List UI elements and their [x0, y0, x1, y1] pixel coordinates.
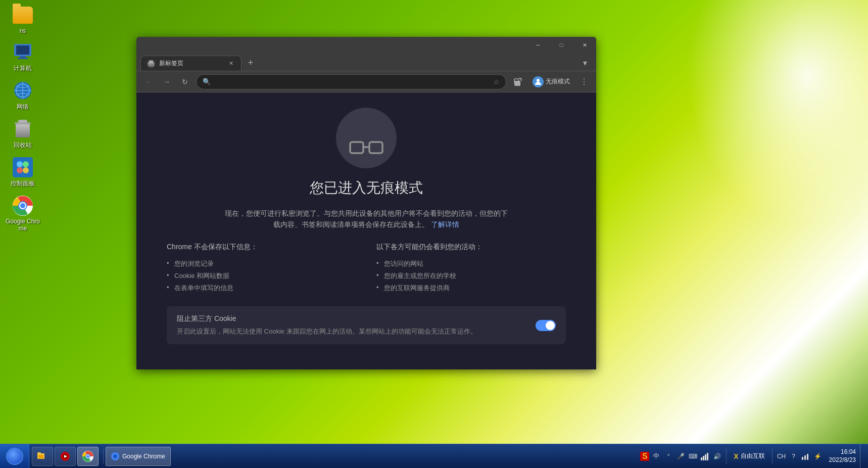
desktop-icon-network-label: 网络: [17, 103, 29, 111]
svg-rect-52: [807, 454, 808, 460]
help-icon[interactable]: ?: [789, 451, 799, 461]
taskbar-active-window[interactable]: Google Chrome: [106, 447, 171, 466]
desktop-icon-control-label: 控制面板: [11, 179, 35, 188]
computer-icon: [13, 42, 33, 62]
svg-rect-9: [18, 120, 27, 123]
toggle-thumb: [546, 321, 555, 330]
browser-tabbar: 新标签页 ✕ + ▾: [136, 53, 596, 71]
new-tab-button[interactable]: +: [244, 56, 258, 70]
incognito-description: 现在，您便可进行私密浏览了。与您共用此设备的其他用户将不会看到您的活动，但您的下…: [225, 208, 508, 230]
keyboard-icon[interactable]: ⌨: [688, 451, 698, 461]
desktop-icons: ns 计算机: [5, 5, 40, 232]
svg-rect-48: [705, 454, 706, 460]
svg-rect-1: [16, 45, 29, 55]
block-cookie-toggle[interactable]: [536, 320, 556, 331]
not-save-item-3: 在表单中填写的信息: [167, 282, 356, 294]
browser-window: ─ □ ✕: [136, 37, 596, 369]
bookmark-icon[interactable]: ☆: [493, 78, 500, 86]
svg-point-15: [23, 167, 29, 173]
refresh-button[interactable]: ↻: [178, 75, 192, 89]
taskbar-chrome-button[interactable]: [77, 447, 99, 466]
incognito-info-columns: Chrome 不会保存以下信息： 您的浏览记录 Cookie 和网站数据 在表单…: [167, 243, 566, 294]
window-controls: ─ □ ✕: [526, 37, 596, 53]
desktop-icon-control[interactable]: 控制面板: [5, 157, 40, 188]
menu-button[interactable]: ⋮: [577, 75, 591, 89]
svg-rect-35: [37, 452, 41, 454]
profile-button[interactable]: 无痕模式: [528, 74, 574, 89]
folder-icon: [13, 5, 33, 25]
toolbar-right: 无痕模式 ⋮: [528, 74, 591, 89]
control-panel-icon: [13, 157, 33, 177]
learn-more-link[interactable]: 了解详情: [431, 220, 459, 228]
cookie-box-text: 阻止第三方 Cookie 开启此设置后，网站无法使用 Cookie 来跟踪您在网…: [177, 314, 527, 337]
search-icon: 🔍: [203, 78, 211, 85]
svg-rect-49: [707, 453, 708, 460]
svg-rect-46: [701, 457, 702, 460]
lang-indicator[interactable]: 中: [651, 451, 661, 461]
minimize-button[interactable]: ─: [526, 37, 550, 53]
taskbar-window-label: Google Chrome: [122, 453, 165, 460]
desktop-icon-ns[interactable]: ns: [5, 5, 40, 34]
battery-icon[interactable]: ⚡: [813, 451, 823, 461]
address-input[interactable]: [214, 78, 490, 85]
forward-button[interactable]: →: [160, 75, 174, 89]
s-logo-icon[interactable]: S: [640, 452, 649, 461]
mic-icon[interactable]: 🎤: [676, 451, 686, 461]
incognito-illustration: [341, 113, 392, 163]
svg-point-27: [537, 79, 540, 82]
desktop-icon-chrome[interactable]: Google Chrome: [5, 196, 40, 232]
desktop-icon-network[interactable]: 网络: [5, 80, 40, 111]
taskbar-separator-2: [726, 449, 727, 464]
start-orb: [6, 448, 23, 465]
desktop-icon-computer[interactable]: 计算机: [5, 42, 40, 73]
cookie-desc: 开启此设置后，网站无法使用 Cookie 来跟踪您在网上的活动。某些网站上的功能…: [177, 326, 527, 337]
taskbar: Google Chrome S 中 ° 🎤 ⌨: [0, 444, 868, 468]
taskbar-explorer-button[interactable]: [32, 447, 53, 466]
taskbar-clock[interactable]: 16:04 2022/8/23: [829, 448, 856, 464]
tab-title: 新标签页: [159, 59, 223, 68]
show-desktop-button[interactable]: [860, 444, 863, 468]
may-see-item-3: 您的互联网服务提供商: [376, 282, 566, 294]
start-button[interactable]: [0, 444, 29, 469]
cookie-title: 阻止第三方 Cookie: [177, 314, 527, 323]
browser-tab-active[interactable]: 新标签页 ✕: [140, 56, 242, 71]
tab-favicon: [147, 60, 155, 68]
taskbar-separator-1: [103, 449, 104, 464]
maximize-button[interactable]: □: [550, 37, 573, 53]
taskbar-separator-3: [772, 449, 773, 464]
svg-point-19: [20, 203, 25, 208]
browser-titlebar: ─ □ ✕: [136, 37, 596, 53]
signal-icon[interactable]: [801, 451, 811, 461]
clock-time: 16:04: [829, 448, 856, 456]
taskbar-middle: [171, 444, 636, 468]
taskbar-media-button[interactable]: [55, 447, 76, 466]
svg-point-13: [23, 161, 29, 167]
svg-rect-25: [151, 65, 152, 65]
back-button[interactable]: ←: [141, 75, 156, 89]
tab-close-button[interactable]: ✕: [227, 60, 235, 68]
volume-icon[interactable]: 🔊: [712, 451, 722, 461]
ch-lang-icon[interactable]: CH: [777, 451, 787, 461]
svg-rect-51: [804, 455, 806, 460]
svg-point-14: [17, 167, 23, 173]
svg-rect-22: [148, 63, 154, 64]
chrome-not-save-list: 您的浏览记录 Cookie 和网站数据 在表单中填写的信息: [167, 258, 356, 294]
not-save-item-2: Cookie 和网站数据: [167, 270, 356, 282]
svg-rect-50: [802, 457, 803, 460]
browser-toolbar: ← → ↻ 🔍 ☆: [136, 71, 596, 92]
browser-content: 您已进入无痕模式 现在，您便可进行私密浏览了。与您共用此设备的其他用户将不会看到…: [136, 92, 596, 369]
tab-dropdown-button[interactable]: ▾: [578, 56, 592, 70]
svg-point-12: [17, 161, 23, 167]
may-see-item-2: 您的雇主或您所在的学校: [376, 270, 566, 282]
close-button[interactable]: ✕: [573, 37, 596, 53]
taskbar-brand: X 自由互联: [731, 452, 767, 460]
cookie-box: 阻止第三方 Cookie 开启此设置后，网站无法使用 Cookie 来跟踪您在网…: [167, 306, 566, 345]
address-bar[interactable]: 🔍 ☆: [196, 74, 506, 89]
svg-rect-36: [38, 455, 43, 458]
svg-point-45: [113, 454, 117, 458]
network-tray-icon[interactable]: [700, 451, 710, 461]
extensions-button[interactable]: [510, 75, 524, 89]
taskbar-quick-launch: [29, 444, 101, 468]
desktop-icon-recycle[interactable]: 回收站: [5, 119, 40, 150]
desktop: ns 计算机: [0, 0, 868, 468]
